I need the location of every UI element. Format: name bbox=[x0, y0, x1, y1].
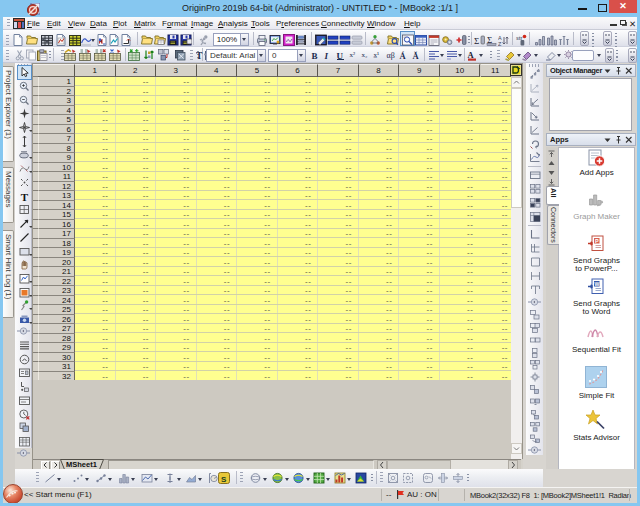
svg-text:T: T bbox=[20, 191, 28, 203]
svg-text:Ǎ: Ǎ bbox=[413, 51, 420, 61]
svg-text:x̲¹: x̲¹ bbox=[373, 51, 379, 59]
svg-text:P: P bbox=[595, 238, 599, 244]
svg-text:str: str bbox=[516, 35, 522, 41]
svg-text:T: T bbox=[196, 51, 203, 61]
svg-text:Σ: Σ bbox=[474, 36, 479, 46]
svg-text:S: S bbox=[221, 475, 227, 484]
svg-text:A: A bbox=[468, 50, 475, 60]
svg-text:x²: x² bbox=[350, 51, 356, 59]
svg-text:Z: Z bbox=[498, 41, 502, 47]
svg-text:αβ: αβ bbox=[387, 51, 395, 60]
svg-text:x₂: x₂ bbox=[362, 51, 369, 59]
svg-text:I: I bbox=[324, 51, 329, 61]
svg-text:W: W bbox=[594, 281, 599, 287]
svg-text:Á: Á bbox=[400, 51, 407, 61]
svg-text:B: B bbox=[312, 51, 318, 61]
